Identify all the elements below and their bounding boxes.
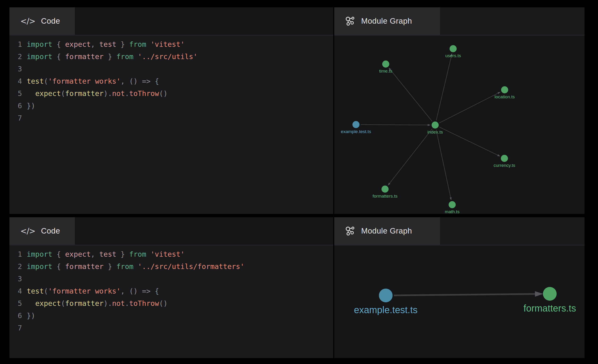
line-number: 3 [14, 65, 22, 73]
code-line-text: expect(formatter).not.toThrow() [27, 299, 168, 307]
module-graph-panel-2: Module Graph example.test.tsformatters.t… [334, 217, 584, 358]
graph-node-label: index.ts [427, 130, 443, 134]
code-line: 5 expect(formatter).not.toThrow() [14, 87, 333, 99]
line-number: 4 [14, 287, 22, 295]
tab-code-label: Code [41, 226, 60, 235]
tab-code-2[interactable]: </> Code [9, 217, 75, 245]
graph-node-label: math.ts [445, 209, 459, 214]
code-line-text: test('formatter works', () => { [27, 77, 159, 85]
tab-module-graph-2[interactable]: Module Graph [334, 217, 440, 245]
graph-node-label: time.ts [379, 68, 392, 74]
code-line-text: import { expect, test } from 'vitest' [27, 250, 185, 258]
code-lines: 1import { expect, test } from 'vitest'2i… [14, 248, 333, 334]
graph-edge [440, 127, 500, 156]
graph-node-example[interactable] [379, 289, 393, 302]
line-number: 4 [14, 77, 22, 85]
graph-node-label: location.ts [494, 94, 515, 99]
tab-module-graph-label: Module Graph [361, 226, 412, 235]
content-grid: </> Code 1import { expect, test } from '… [9, 7, 584, 358]
line-number: 1 [14, 250, 22, 258]
line-number: 5 [14, 299, 22, 307]
code-line: 4test('formatter works', () => { [14, 75, 333, 87]
code-line-text: }) [27, 102, 35, 110]
line-number: 6 [14, 102, 22, 110]
code-line-text: }) [27, 312, 35, 320]
graph-node-currency[interactable] [501, 155, 508, 162]
code-line: 3 [14, 63, 333, 75]
graph-node-index[interactable] [432, 122, 439, 129]
code-line: 2import { formatter } from '../src/utils… [14, 260, 333, 273]
line-number: 1 [14, 40, 22, 49]
graph-edge [394, 294, 541, 295]
module-graph-canvas: example.test.tsformatters.ts [334, 246, 584, 358]
module-graph-icon [345, 226, 356, 236]
graph-node-example[interactable] [352, 121, 359, 128]
graph-edge [436, 130, 451, 200]
code-line-text: test('formatter works', () => { [27, 287, 159, 295]
code-icon: </> [20, 17, 35, 26]
tab-module-graph-label: Module Graph [361, 17, 412, 25]
code-line: 6}) [14, 309, 333, 322]
graph-node-formatters[interactable] [543, 287, 557, 301]
graph-node-users[interactable] [449, 45, 457, 52]
graph-edge [436, 54, 452, 120]
graph-node-label: formatters.ts [523, 303, 576, 314]
code-line-text: import { formatter } from '../src/utils' [27, 52, 198, 61]
module-graph-panel-2-tabbar: Module Graph [334, 217, 584, 246]
line-number: 2 [14, 262, 22, 271]
graph-node-math[interactable] [448, 201, 456, 208]
code-icon: </> [20, 226, 35, 236]
code-line-text: import { formatter } from '../src/utils/… [27, 262, 244, 271]
code-panel-2: </> Code 1import { expect, test } from '… [9, 217, 333, 358]
graph-node-label: example.test.ts [354, 305, 417, 315]
code-block: 1import { expect, test } from 'vitest'2i… [9, 246, 333, 358]
code-block: 1import { expect, test } from 'vitest'2i… [9, 36, 333, 214]
line-number: 7 [14, 324, 22, 332]
tab-module-graph-1[interactable]: Module Graph [334, 7, 440, 35]
code-line: 4test('formatter works', () => { [14, 285, 333, 297]
code-line: 7 [14, 112, 333, 124]
code-line: 7 [14, 322, 333, 334]
code-line-text: import { expect, test } from 'vitest' [27, 40, 185, 49]
graph-edge [361, 124, 430, 125]
tab-code-1[interactable]: </> Code [9, 7, 75, 35]
code-panel-1: </> Code 1import { expect, test } from '… [9, 7, 333, 214]
graph-node-label: currency.ts [494, 163, 515, 168]
code-lines: 1import { expect, test } from 'vitest'2i… [14, 38, 333, 124]
code-line: 3 [14, 273, 333, 285]
graph-edge [388, 129, 432, 185]
code-line: 5 expect(formatter).not.toThrow() [14, 297, 333, 309]
code-panel-2-tabbar: </> Code [9, 217, 333, 246]
graph-node-formatters[interactable] [382, 186, 389, 193]
code-line: 2import { formatter } from '../src/utils… [14, 50, 333, 63]
code-line: 1import { expect, test } from 'vitest' [14, 248, 333, 260]
line-number: 6 [14, 312, 22, 320]
line-number: 3 [14, 275, 22, 283]
graph-node-label: example.test.ts [341, 129, 371, 134]
graph-node-label: users.ts [445, 53, 461, 58]
graph-node-label: formatters.ts [373, 194, 398, 199]
module-graph-canvas: time.tsusers.tslocation.tsindex.tsexampl… [334, 36, 584, 214]
line-number: 2 [14, 52, 22, 61]
line-number: 5 [14, 89, 22, 98]
graph-node-location[interactable] [501, 86, 508, 93]
module-graph-icon [345, 16, 356, 26]
graph-edge [440, 92, 500, 123]
graph-edge [389, 68, 432, 121]
code-line: 6}) [14, 99, 333, 112]
code-line-text: expect(formatter).not.toThrow() [27, 89, 168, 98]
line-number: 7 [14, 114, 22, 122]
module-graph-panel-1: Module Graph time.tsusers.tslocation.tsi… [334, 7, 584, 214]
graph-node-time[interactable] [382, 60, 389, 68]
code-panel-1-tabbar: </> Code [9, 7, 333, 36]
code-line: 1import { expect, test } from 'vitest' [14, 38, 333, 50]
module-graph-panel-1-tabbar: Module Graph [334, 7, 584, 36]
tab-code-label: Code [41, 17, 60, 25]
